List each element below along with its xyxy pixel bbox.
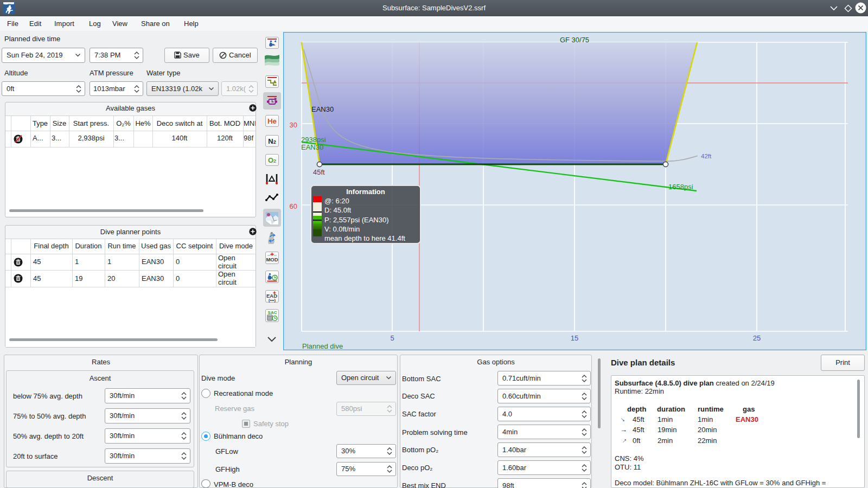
svg-text:5: 5 <box>390 334 394 342</box>
svg-text:(•••): (•••) <box>269 298 276 303</box>
svg-text:60: 60 <box>290 202 297 210</box>
svg-text:2938psi: 2938psi <box>301 136 326 144</box>
svg-text:MOD: MOD <box>266 256 278 262</box>
svg-text:30: 30 <box>290 121 297 129</box>
svg-text:25: 25 <box>753 334 761 342</box>
svg-text:15: 15 <box>571 334 578 342</box>
svg-text:EAN30: EAN30 <box>311 105 334 113</box>
svg-text:GF 30/75: GF 30/75 <box>560 36 589 44</box>
svg-text:Planned dive: Planned dive <box>302 342 343 350</box>
svg-text:1658psi: 1658psi <box>668 183 693 191</box>
svg-text:EAN30: EAN30 <box>301 143 323 151</box>
svg-text:45ft: 45ft <box>313 168 325 176</box>
svg-text:SAC: SAC <box>268 310 277 315</box>
svg-text:42ft: 42ft <box>701 153 712 159</box>
